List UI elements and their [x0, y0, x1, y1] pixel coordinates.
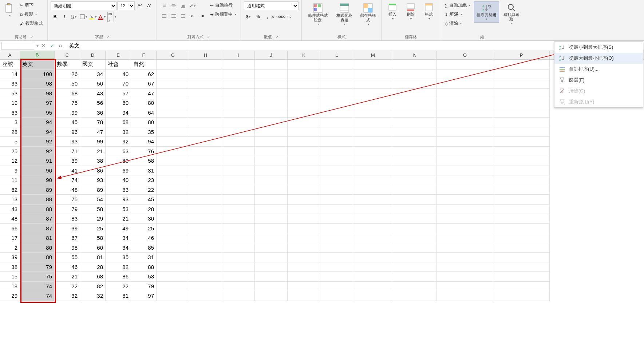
cell[interactable]: 48 — [55, 185, 80, 195]
cell[interactable]: 75 — [20, 272, 55, 282]
cell[interactable] — [288, 224, 320, 234]
cell[interactable]: 98 — [20, 89, 55, 99]
cell[interactable] — [288, 253, 320, 262]
cell[interactable]: 63 — [0, 108, 20, 118]
cell[interactable] — [437, 98, 493, 108]
cell[interactable]: 21 — [55, 272, 80, 282]
cell[interactable] — [393, 282, 437, 292]
cell[interactable] — [288, 272, 320, 282]
cell[interactable] — [189, 243, 222, 253]
cell[interactable] — [288, 98, 320, 108]
cell[interactable]: 34 — [106, 233, 131, 243]
cell[interactable] — [493, 243, 550, 253]
cell[interactable] — [189, 205, 222, 214]
cell[interactable] — [255, 70, 288, 79]
cell[interactable]: 58 — [131, 156, 157, 166]
cell[interactable] — [288, 243, 320, 253]
cell[interactable] — [353, 147, 393, 156]
cell[interactable] — [157, 262, 189, 272]
cell[interactable]: 53 — [0, 89, 20, 99]
cell[interactable] — [255, 291, 288, 301]
align-bottom-button[interactable] — [179, 1, 187, 10]
cell[interactable]: 80 — [106, 156, 131, 166]
align-middle-button[interactable] — [169, 1, 178, 10]
column-header-J[interactable]: J — [255, 51, 288, 59]
cell[interactable] — [437, 89, 493, 99]
cell[interactable] — [437, 79, 493, 89]
cell[interactable]: 98 — [20, 79, 55, 89]
comma-button[interactable]: , — [263, 12, 272, 21]
cell[interactable] — [437, 291, 493, 301]
cell[interactable] — [255, 60, 288, 70]
cell[interactable] — [393, 118, 437, 127]
cell[interactable] — [393, 243, 437, 253]
cell[interactable]: 40 — [106, 70, 131, 79]
cell[interactable] — [255, 166, 288, 176]
cell[interactable] — [189, 79, 222, 89]
cell[interactable] — [189, 262, 222, 272]
cell[interactable]: 22 — [131, 185, 157, 195]
cell[interactable]: 94 — [131, 137, 157, 147]
cell[interactable]: 93 — [80, 175, 106, 185]
cell[interactable] — [437, 118, 493, 127]
cell[interactable]: 88 — [20, 195, 55, 205]
cell[interactable]: 18 — [0, 282, 20, 292]
autosum-button[interactable]: ∑自動加總▾ — [443, 1, 472, 9]
cell[interactable] — [320, 291, 353, 301]
cell[interactable] — [437, 175, 493, 185]
cell[interactable]: 33 — [0, 79, 20, 89]
cell[interactable] — [493, 147, 550, 156]
cell[interactable] — [493, 214, 550, 224]
cell[interactable]: 89 — [80, 185, 106, 195]
cell[interactable] — [222, 205, 255, 214]
cell[interactable] — [320, 147, 353, 156]
cell[interactable]: 50 — [55, 79, 80, 89]
cell[interactable]: 13 — [0, 195, 20, 205]
cell[interactable]: 71 — [55, 147, 80, 156]
cell[interactable]: 39 — [55, 156, 80, 166]
cell[interactable] — [320, 79, 353, 89]
cell[interactable] — [189, 282, 222, 292]
cell[interactable] — [353, 108, 393, 118]
column-header-E[interactable]: E — [106, 51, 131, 59]
cell[interactable]: 23 — [131, 175, 157, 185]
format-cells-button[interactable]: 格式▾ — [421, 1, 437, 22]
cell[interactable]: 41 — [55, 166, 80, 176]
cell[interactable] — [437, 108, 493, 118]
cell[interactable] — [353, 262, 393, 272]
cell[interactable] — [320, 127, 353, 137]
cell[interactable]: 85 — [131, 243, 157, 253]
cell[interactable] — [255, 185, 288, 195]
cell[interactable] — [353, 291, 393, 301]
column-header-A[interactable]: A — [0, 51, 20, 59]
cell[interactable] — [493, 98, 550, 108]
cell[interactable]: 32 — [80, 291, 106, 301]
cell[interactable] — [353, 166, 393, 176]
merge-center-button[interactable]: ⬌ 跨欄置中▾ — [209, 11, 238, 18]
cell[interactable] — [157, 291, 189, 301]
column-header-C[interactable]: C — [55, 51, 80, 59]
cell[interactable]: 79 — [131, 282, 157, 292]
fx-button[interactable]: fx — [57, 42, 65, 50]
column-header-D[interactable]: D — [80, 51, 106, 59]
increase-font-button[interactable]: A^ — [135, 1, 144, 10]
cell[interactable] — [353, 224, 393, 234]
cell[interactable] — [288, 205, 320, 214]
cell[interactable]: 19 — [0, 98, 20, 108]
cell[interactable]: 87 — [20, 224, 55, 234]
cell[interactable] — [493, 60, 550, 70]
cell[interactable]: 62 — [131, 70, 157, 79]
cell[interactable] — [320, 89, 353, 99]
column-header-G[interactable]: G — [157, 51, 189, 59]
cell[interactable] — [222, 60, 255, 70]
cell[interactable] — [189, 108, 222, 118]
cell[interactable]: 25 — [80, 224, 106, 234]
cell[interactable]: 68 — [80, 272, 106, 282]
cell[interactable]: 93 — [55, 137, 80, 147]
cell[interactable] — [255, 272, 288, 282]
cell[interactable]: 38 — [0, 262, 20, 272]
cell[interactable] — [493, 195, 550, 205]
cell[interactable] — [320, 60, 353, 70]
cell[interactable] — [255, 127, 288, 137]
cell[interactable] — [157, 282, 189, 292]
